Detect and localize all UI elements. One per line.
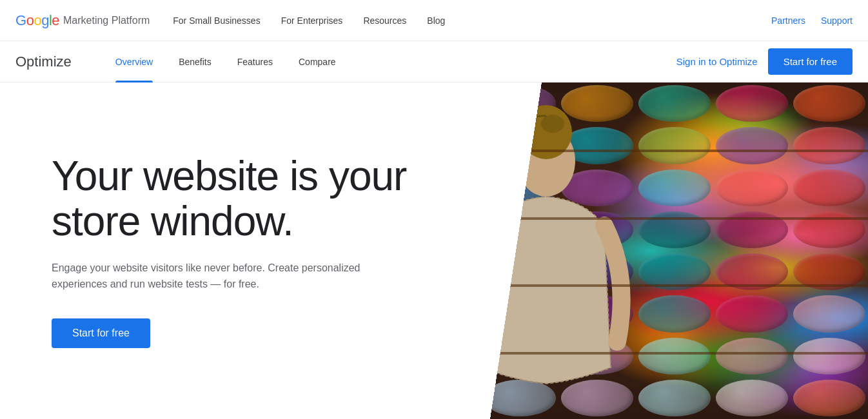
nav-link-enterprises[interactable]: For Enterprises bbox=[281, 15, 343, 26]
svg-point-2 bbox=[541, 115, 564, 133]
hero-subtitle: Engage your website visitors like never … bbox=[52, 260, 387, 293]
optimize-brand[interactable]: Optimize bbox=[15, 54, 72, 70]
hero-section: Your website is your store window. Engag… bbox=[0, 83, 868, 419]
logo-g: G bbox=[15, 12, 26, 28]
sign-in-link[interactable]: Sign in to Optimize bbox=[676, 56, 758, 67]
tab-features[interactable]: Features bbox=[224, 41, 286, 83]
nav-link-blog[interactable]: Blog bbox=[427, 15, 445, 26]
logo-o1: o bbox=[26, 12, 34, 28]
top-navigation: Google Marketing Platform For Small Busi… bbox=[0, 0, 868, 41]
top-nav-links: For Small Businesses For Enterprises Res… bbox=[173, 15, 771, 26]
hero-content-area: Your website is your store window. Engag… bbox=[0, 83, 490, 419]
logo-g2: g bbox=[41, 12, 49, 28]
platform-name: Marketing Platform bbox=[63, 15, 150, 26]
tab-compare[interactable]: Compare bbox=[286, 41, 349, 83]
nav-link-resources[interactable]: Resources bbox=[363, 15, 406, 26]
google-wordmark: Google bbox=[15, 12, 59, 29]
sub-nav-links: Overview Benefits Features Compare bbox=[103, 41, 676, 83]
start-for-free-button-hero[interactable]: Start for free bbox=[52, 318, 150, 348]
logo-o2: o bbox=[34, 12, 41, 28]
tab-benefits[interactable]: Benefits bbox=[166, 41, 224, 83]
sub-nav-right: Sign in to Optimize Start for free bbox=[676, 48, 853, 75]
start-for-free-button-nav[interactable]: Start for free bbox=[768, 48, 853, 75]
sub-navigation: Optimize Overview Benefits Features Comp… bbox=[0, 41, 868, 83]
hero-title: Your website is your store window. bbox=[52, 153, 439, 244]
top-nav-right: Partners Support bbox=[771, 15, 853, 26]
nav-link-partners[interactable]: Partners bbox=[771, 15, 805, 26]
tab-overview[interactable]: Overview bbox=[103, 41, 166, 83]
logo-e: e bbox=[52, 12, 59, 28]
nav-link-small-businesses[interactable]: For Small Businesses bbox=[173, 15, 260, 26]
google-marketing-platform-logo[interactable]: Google Marketing Platform bbox=[15, 12, 150, 29]
nav-link-support[interactable]: Support bbox=[821, 15, 853, 26]
